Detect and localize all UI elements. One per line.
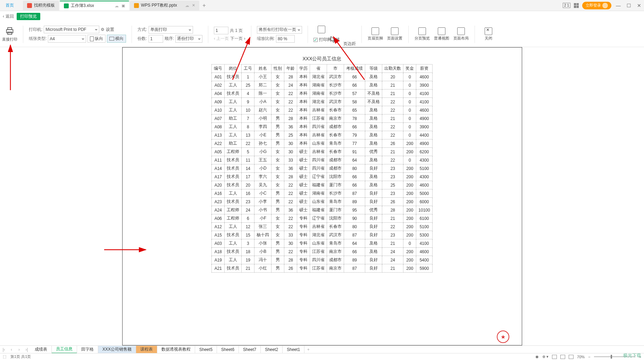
sheet-tab[interactable]: 成绩表 — [31, 346, 52, 353]
cell: 8 — [242, 123, 254, 131]
add-tab-button[interactable]: + — [200, 2, 208, 9]
sheet-tab[interactable]: Sheet1 — [283, 346, 304, 353]
paper-select[interactable]: A4 — [48, 35, 86, 43]
back-button[interactable]: ‹ 返回 — [3, 14, 14, 19]
zoom-spinner[interactable]: 80 % — [276, 35, 295, 43]
add-sheet-button[interactable]: + — [304, 347, 312, 352]
page-total-label: 共 1 页 — [230, 28, 243, 34]
maximize-icon[interactable]: ☐ — [625, 3, 632, 8]
cell: 0 — [403, 239, 416, 248]
cell: 王五 — [254, 156, 271, 164]
focus-icon[interactable]: ⊕ ▾ — [542, 354, 549, 359]
cell: 专科 — [297, 239, 310, 248]
prev-sheet-button[interactable]: ‹ — [8, 347, 15, 352]
cell: 女 — [271, 181, 284, 189]
view-layout-icon[interactable] — [560, 355, 565, 359]
minimize-icon[interactable]: — — [615, 3, 622, 8]
sheet-tab[interactable]: Sheet6 — [217, 346, 239, 353]
settings-label[interactable]: 设置 — [106, 27, 114, 33]
cell: 成都市 — [327, 256, 344, 264]
cell: 工程师 — [225, 206, 242, 214]
cell: 及格 — [365, 106, 382, 114]
view-normal-icon[interactable] — [552, 355, 557, 359]
cell: 10 — [242, 106, 254, 114]
col-header: 等级 — [365, 65, 382, 73]
cell: A19 — [212, 256, 225, 264]
fit-select[interactable]: 将所有行打印在一页 — [257, 26, 302, 34]
page-num-input[interactable]: 1 — [214, 27, 228, 34]
view-break-icon[interactable] — [569, 355, 574, 359]
sheet-tab[interactable]: 课程表 — [136, 346, 157, 353]
cell: 女 — [271, 164, 284, 173]
header-footer-button[interactable]: 页眉页脚 — [367, 27, 383, 41]
cell: 女 — [271, 89, 284, 98]
direct-print-button[interactable]: 直接打印 — [2, 26, 17, 42]
login-button[interactable]: 立即登录 — [582, 2, 611, 9]
table-row: A18技术员18小B男22专科江苏省南京市66及格242004600 — [212, 248, 432, 256]
first-sheet-button[interactable]: |‹ — [0, 347, 8, 352]
cell: 22 — [284, 98, 297, 106]
margins-button[interactable] — [313, 26, 329, 33]
cell: 16 — [242, 189, 254, 198]
col-header: 姓名 — [254, 65, 271, 73]
tab-home[interactable]: 首页 — [1, 1, 22, 10]
tab-ppt[interactable]: WPS PPT教程.pptx ☁ ✕ — [130, 1, 199, 10]
page-setup-button[interactable]: 页面设置 — [387, 27, 403, 41]
cell: 4900 — [416, 114, 432, 123]
tab-template[interactable]: 找稻壳模板 — [23, 1, 59, 10]
sheet-tab[interactable]: Sheet5 — [195, 346, 217, 353]
avatar-icon — [602, 3, 608, 8]
sheet-tab[interactable]: 数据透视表教程 — [157, 346, 195, 353]
cell: 0 — [403, 98, 416, 106]
cell: 技术员 — [225, 173, 242, 181]
sheet-tab[interactable]: 田字格 — [77, 346, 98, 353]
cell: 良好 — [365, 164, 382, 173]
select-mode-icon[interactable]: ⬚ — [3, 354, 6, 359]
gear-icon[interactable]: ⚙ — [101, 27, 104, 32]
eye-icon[interactable]: ◉ — [535, 354, 539, 359]
close-window-icon[interactable]: ✕ — [636, 3, 643, 8]
prev-page-button[interactable]: ‹ 上一页 — [214, 36, 229, 42]
cell: A03 — [212, 239, 225, 248]
cell: 辽宁省 — [310, 173, 327, 181]
layout-view-button[interactable]: 页面布局 — [453, 27, 469, 41]
printer-select[interactable]: Microsoft Print to PDF — [44, 26, 99, 33]
copies-spinner[interactable]: 1 — [149, 35, 163, 43]
next-page-button[interactable]: 下一页 › — [230, 36, 245, 42]
duplex-select[interactable]: 单面打印 — [149, 26, 193, 34]
gridlines-checkbox[interactable]: ✓ — [313, 38, 318, 42]
cell: 200 — [403, 181, 416, 189]
portrait-button[interactable]: 纵向 — [87, 35, 106, 43]
pagebreak-view-button[interactable]: 分页预览 — [414, 27, 430, 41]
close-icon[interactable]: ✕ — [192, 3, 195, 8]
cell: A18 — [212, 248, 225, 256]
next-sheet-button[interactable]: › — [15, 347, 23, 352]
normal-view-button[interactable]: 普通视图 — [434, 27, 450, 41]
order-label: 顺序: — [165, 36, 174, 42]
collate-select[interactable]: 逐份打印 — [175, 35, 202, 43]
header-footer-icon — [371, 27, 379, 35]
cell: 23 — [382, 189, 403, 198]
landscape-button[interactable]: 横向 — [107, 35, 126, 43]
cell: 工程师 — [225, 214, 242, 223]
back-label: 返回 — [6, 14, 14, 19]
tab-workbook[interactable]: 工作簿3.xlsx ☁ ▣ — [60, 1, 129, 10]
table-row: A24工程师24小书男36硕士福建省厦门市95优秀2820010100 — [212, 206, 432, 214]
sheet-tab[interactable]: Sheet7 — [239, 346, 261, 353]
sheet-tab[interactable]: Sheet2 — [261, 346, 283, 353]
close-preview-button[interactable]: ✕关闭 — [480, 27, 496, 41]
cell: 成都市 — [327, 123, 344, 131]
table-row: A14技术员14小D女36硕士四川省成都市80良好232005100 — [212, 164, 432, 173]
sheet-tab[interactable]: XXX公司销售额 — [98, 346, 136, 353]
cell: 助工 — [225, 114, 242, 123]
cell: 湖北省 — [310, 231, 327, 239]
cloud-icon: ☁ — [115, 3, 119, 8]
cell: 吉林省 — [310, 131, 327, 139]
zoom-out-button[interactable]: − — [588, 355, 590, 359]
sheet-tab[interactable]: 员工信息 — [52, 346, 77, 353]
close-icon[interactable]: ▣ — [122, 3, 125, 8]
printer-label: 打印机: — [29, 27, 42, 33]
apps-icon[interactable] — [574, 3, 579, 8]
last-sheet-button[interactable]: ›| — [23, 347, 31, 352]
cell: 22 — [284, 198, 297, 206]
